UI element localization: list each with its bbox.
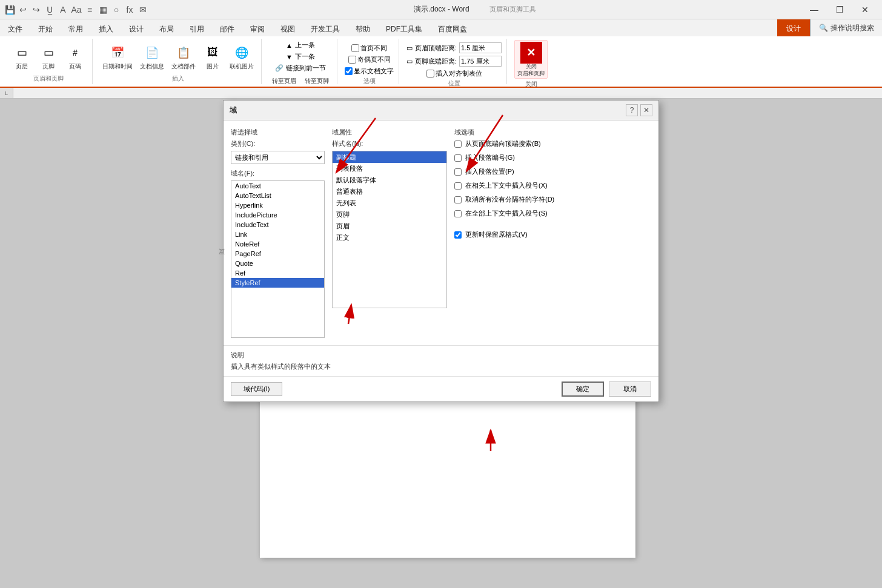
docinfo-btn[interactable]: 📄 文档信息 [138, 42, 167, 72]
field-item-autotext[interactable]: AutoText [231, 181, 324, 191]
save-icon[interactable]: 💾 [5, 5, 15, 15]
minimize-btn[interactable]: — [802, 1, 826, 18]
header-top-input[interactable] [459, 42, 502, 53]
opt-insert-related-input[interactable] [454, 182, 462, 190]
bullets-icon[interactable]: ≡ [85, 5, 94, 15]
search-icon: 🔍 [819, 19, 828, 37]
undo-icon[interactable]: ↩ [18, 5, 28, 15]
close-header-footer-btn[interactable]: ✕ 关闭页眉和页脚 [514, 40, 548, 79]
field-listbox[interactable]: AutoText AutoTextList Hyperlink IncludeP… [231, 180, 325, 338]
tab-design[interactable]: 设计 [121, 19, 151, 36]
tab-view[interactable]: 视图 [273, 19, 303, 36]
insert-align-tab-input[interactable] [426, 70, 434, 78]
opt-bottom-to-top-input[interactable] [454, 140, 462, 148]
opt-insert-para-pos-input[interactable] [454, 168, 462, 176]
search-operations[interactable]: 🔍 操作说明搜索 [811, 19, 882, 36]
first-page-different-input[interactable] [351, 44, 359, 52]
tab-common[interactable]: 常用 [61, 19, 91, 36]
style-listbox[interactable]: 副标题 列表段落 默认段落字体 普通表格 无列表 页脚 页眉 正文 [332, 151, 447, 308]
align-icon[interactable]: ▦ [98, 5, 108, 15]
footer-btn[interactable]: ▭ 页脚 [36, 42, 61, 72]
opt-remove-separator[interactable]: 取消所有没有分隔符的字符(D) [454, 195, 651, 204]
text-color-icon[interactable]: A [58, 5, 68, 15]
first-page-different-check[interactable]: 首页不同 [351, 44, 387, 53]
tab-baidu[interactable]: 百度网盘 [430, 19, 475, 36]
category-dropdown[interactable]: 链接和引用 [231, 151, 325, 164]
tab-dev[interactable]: 开发工具 [303, 19, 348, 36]
tab-layout[interactable]: 布局 [151, 19, 182, 36]
field-item-pageref[interactable]: PageRef [231, 249, 324, 259]
show-doc-text-input[interactable] [345, 67, 353, 75]
field-item-includepicture[interactable]: IncludePicture [231, 210, 324, 220]
style-item-normaltable[interactable]: 普通表格 [333, 186, 446, 197]
tab-mail[interactable]: 邮件 [212, 19, 242, 36]
online-picture-label: 联机图片 [230, 62, 254, 71]
tab-design-tools[interactable]: 设计 [777, 19, 810, 36]
field-item-ref[interactable]: Ref [231, 268, 324, 278]
shapes-icon[interactable]: ○ [111, 5, 121, 15]
comment-icon[interactable]: ✉ [138, 5, 148, 15]
opt-insert-para-num-input[interactable] [454, 154, 462, 162]
insert-align-tab-check[interactable]: 插入对齐制表位 [426, 69, 482, 78]
header-btn[interactable]: ▭ 页层 [10, 42, 34, 72]
ribbon-content: ▭ 页层 ▭ 页脚 # 页码 页眉和页脚 📅 日期和时间 [0, 36, 882, 88]
opt-insert-para-pos[interactable]: 插入段落位置(P) [454, 167, 651, 176]
tab-insert[interactable]: 插入 [91, 19, 121, 36]
picture-btn[interactable]: 🖼 图片 [201, 42, 225, 72]
opt-insert-all-input[interactable] [454, 210, 462, 217]
field-item-includetext[interactable]: IncludeText [231, 220, 324, 230]
cancel-btn[interactable]: 取消 [609, 382, 651, 397]
goto-header-btn[interactable]: 转至页眉 [269, 76, 299, 87]
tab-reference[interactable]: 引用 [182, 19, 212, 36]
field-item-styleref[interactable]: StyleRef [231, 278, 324, 288]
show-doc-text-check[interactable]: 显示文档文字 [345, 67, 394, 76]
field-item-quote[interactable]: Quote [231, 259, 324, 268]
close-btn[interactable]: ✕ [853, 1, 877, 18]
dialog-close-btn[interactable]: ✕ [640, 104, 652, 116]
nav-content: ▲ 上一条 ▼ 下一条 🔗 链接到前一节 转至页眉 转至页脚 [269, 40, 332, 87]
goto-footer-btn[interactable]: 转至页脚 [302, 76, 332, 87]
tab-home[interactable]: 开始 [30, 19, 61, 36]
style-item-body[interactable]: 正文 [333, 232, 446, 243]
field-code-btn[interactable]: 域代码(I) [231, 382, 282, 396]
link-prev-btn[interactable]: 🔗 链接到前一节 [273, 63, 328, 73]
field-item-link[interactable]: Link [231, 230, 324, 239]
field-item-hyperlink[interactable]: Hyperlink [231, 200, 324, 210]
odd-even-different-check[interactable]: 奇偶页不同 [348, 55, 391, 64]
preserve-format-input[interactable] [454, 231, 462, 239]
tab-file[interactable]: 文件 [0, 19, 30, 36]
opt-remove-separator-input[interactable] [454, 196, 462, 203]
ok-btn[interactable]: 确定 [562, 382, 604, 397]
page-num-btn[interactable]: # 页码 [63, 42, 87, 72]
dialog-help-btn[interactable]: ? [626, 104, 638, 116]
field-item-noteref[interactable]: NoteRef [231, 239, 324, 249]
opt-insert-related[interactable]: 在相关上下文中插入段号(X) [454, 181, 651, 190]
odd-even-different-input[interactable] [348, 56, 356, 64]
opt-bottom-to-top[interactable]: 从页面底端向顶端搜索(B) [454, 139, 651, 148]
style-item-footer[interactable]: 页脚 [333, 209, 446, 220]
prev-btn[interactable]: ▲ 上一条 [284, 40, 317, 50]
footer-bottom-distance-row: ▭ 页脚底端距离: [406, 56, 502, 67]
formula-icon[interactable]: fx [125, 5, 134, 15]
style-item-subtitle[interactable]: 副标题 [333, 151, 446, 163]
style-item-default[interactable]: 默认段落字体 [333, 174, 446, 186]
opt-insert-para-num[interactable]: 插入段落编号(G) [454, 153, 651, 162]
online-picture-btn[interactable]: 🌐 联机图片 [227, 42, 256, 72]
tab-pdf[interactable]: PDF工具集 [378, 19, 430, 36]
style-item-nolist[interactable]: 无列表 [333, 197, 446, 209]
next-btn[interactable]: ▼ 下一条 [284, 51, 317, 62]
underline-icon[interactable]: U̲ [45, 5, 55, 15]
preserve-format-check[interactable]: 更新时保留原格式(V) [454, 230, 651, 239]
field-item-autotextlist[interactable]: AutoTextList [231, 191, 324, 200]
text-style-icon[interactable]: Aa [71, 5, 81, 15]
opt-insert-all[interactable]: 在全部上下文中插入段号(S) [454, 209, 651, 218]
redo-icon[interactable]: ↪ [31, 5, 41, 15]
footer-bottom-input[interactable] [459, 56, 502, 67]
tab-help[interactable]: 帮助 [348, 19, 378, 36]
style-item-header[interactable]: 页眉 [333, 220, 446, 232]
restore-btn[interactable]: ❐ [827, 1, 852, 18]
tab-review[interactable]: 审阅 [242, 19, 273, 36]
datetime-btn[interactable]: 📅 日期和时间 [100, 42, 135, 72]
docparts-btn[interactable]: 📋 文档部件 [169, 42, 198, 72]
style-item-listparagraph[interactable]: 列表段落 [333, 163, 446, 174]
